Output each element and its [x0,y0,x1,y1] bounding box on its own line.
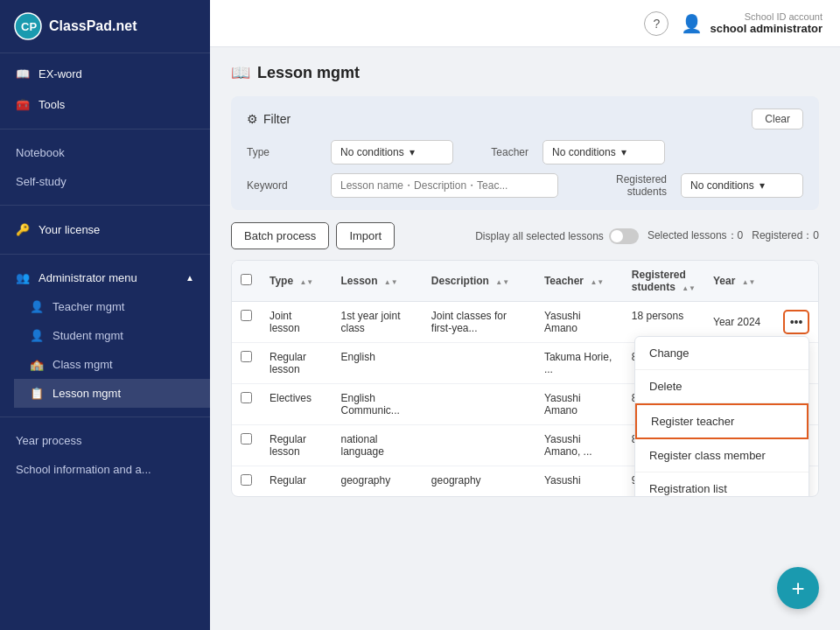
topbar: ? 👤 School ID account school administrat… [210,0,840,47]
user-avatar-icon: 👤 [681,13,703,34]
year-cell-wrap: Year 2024•••ChangeDeleteRegister teacher… [713,310,809,334]
type-select[interactable]: No conditions ▾ [331,140,453,164]
select-all-checkbox[interactable] [241,274,252,285]
col-type: Type ▲▼ [261,261,332,302]
filter-clear-button[interactable]: Clear [752,108,803,130]
table-row: Joint lesson1st year joint classJoint cl… [232,302,818,343]
cell-description [423,343,536,384]
row-checkbox-0[interactable] [241,310,252,321]
display-all-toggle[interactable] [609,228,639,244]
select-all-cell[interactable] [232,261,261,302]
sidebar-item-license[interactable]: 🔑 Your license [0,214,210,245]
sidebar-admin-section: 👥 Administrator menu ▲ 👤 Teacher mgmt 👤 … [0,258,210,413]
context-menu-item-4[interactable]: Registration list [635,472,808,496]
type-sort-icon[interactable]: ▲▼ [299,279,313,286]
svg-text:CP: CP [21,20,37,33]
cell-type: Regular lesson [261,425,332,466]
cell-description [423,425,536,466]
sidebar-item-year-process[interactable]: Year process [0,426,210,455]
registered-sort-icon[interactable]: ▲▼ [682,285,696,292]
display-all-label: Display all selected lessons [475,230,604,242]
keyword-input[interactable] [331,173,558,198]
sidebar-item-school-info[interactable]: School information and a... [0,455,210,484]
cell-description: geography [423,466,536,497]
toggle-dot [611,230,623,242]
cell-type: Regular lesson [261,343,332,384]
row-checkbox-4[interactable] [241,474,252,486]
teacher-icon: 👤 [30,300,44,313]
teacher-select-chevron-icon: ▾ [621,146,626,158]
page-title: 📖 Lesson mgmt [231,63,819,82]
sidebar-admin-subitems: 👤 Teacher mgmt 👤 Student mgmt 🏫 Class mg… [0,292,210,408]
lesson-sort-icon[interactable]: ▲▼ [384,279,398,286]
type-label: Type [247,146,317,158]
filter-header: ⚙ Filter Clear [247,108,803,130]
context-menu-item-1[interactable]: Delete [635,370,808,403]
sidebar-item-class-mgmt[interactable]: 🏫 Class mgmt [14,350,210,379]
filter-row-2-right: Registered students No conditions ▾ [588,173,803,198]
license-icon: 🔑 [16,223,30,236]
admin-icon: 👥 [16,271,30,284]
sidebar-license-section: 🔑 Your license [0,209,210,250]
col-description: Description ▲▼ [423,261,536,302]
filter-row-1: Type No conditions ▾ Teacher No conditio… [247,140,803,164]
cell-teacher: Yasushi [536,466,623,497]
admin-chevron-icon: ▲ [186,273,194,283]
col-registered-students: Registeredstudents ▲▼ [623,261,704,302]
keyword-label: Keyword [247,179,317,192]
type-select-chevron-icon: ▾ [410,146,415,158]
cell-type: Joint lesson [261,302,332,343]
year-sort-icon[interactable]: ▲▼ [742,279,756,286]
context-menu-item-2[interactable]: Register teacher [635,403,808,439]
filter-box: ⚙ Filter Clear Type No conditions ▾ Teac… [231,96,819,210]
exword-icon: 📖 [16,67,30,80]
batch-process-button[interactable]: Batch process [231,222,329,249]
sidebar-item-tools[interactable]: 🧰 Tools [0,89,210,120]
user-info: 👤 School ID account school administrator [681,11,822,35]
student-icon: 👤 [30,329,44,342]
add-fab-button[interactable]: + [777,567,819,609]
logo[interactable]: CP ClassPad.net [0,0,210,53]
row-checkbox-1[interactable] [241,351,252,362]
cell-description: Joint classes for first-yea... [423,302,536,343]
sidebar-middle-section: Notebook Self-study [0,133,210,201]
table-scroll-area[interactable]: Type ▲▼ Lesson ▲▼ Description ▲▼ [232,261,818,496]
sidebar-admin-header[interactable]: 👥 Administrator menu ▲ [0,263,210,292]
sidebar-bottom-section: Year process School information and a... [0,421,210,489]
year-value: Year 2024 [713,316,760,328]
cell-lesson: national language [332,425,422,466]
help-button[interactable]: ? [644,11,668,36]
main-content: ? 👤 School ID account school administrat… [210,0,840,630]
cell-description [423,384,536,425]
import-button[interactable]: Import [336,222,395,249]
class-icon: 🏫 [30,358,44,371]
sidebar-item-teacher-mgmt[interactable]: 👤 Teacher mgmt [14,292,210,321]
cell-teacher: Yasushi Amano [536,302,623,343]
teacher-select[interactable]: No conditions ▾ [542,140,665,164]
cell-type: Regular [261,466,332,497]
sidebar-item-lesson-mgmt[interactable]: 📋 Lesson mgmt [14,379,210,408]
sidebar-item-selfstudy[interactable]: Self-study [0,167,210,196]
account-label: School ID account [710,11,822,22]
sidebar-item-notebook[interactable]: Notebook [0,138,210,167]
toolbar: Batch process Import Display all selecte… [231,222,819,249]
context-menu-item-3[interactable]: Register class member [635,439,808,472]
teacher-sort-icon[interactable]: ▲▼ [590,279,604,286]
cell-lesson: geography [332,466,422,497]
sidebar-item-student-mgmt[interactable]: 👤 Student mgmt [14,321,210,350]
sidebar-top-section: 📖 EX-word 🧰 Tools [0,53,210,125]
teacher-label: Teacher [467,146,528,158]
sidebar-item-exword[interactable]: 📖 EX-word [0,59,210,89]
description-sort-icon[interactable]: ▲▼ [495,279,509,286]
row-checkbox-3[interactable] [241,433,252,444]
more-button[interactable]: ••• [783,310,809,334]
col-lesson: Lesson ▲▼ [332,261,422,302]
filter-row-2: Keyword Registered students No condition… [247,173,803,198]
sidebar-divider-3 [0,254,210,255]
row-checkbox-2[interactable] [241,392,252,403]
filter-title: ⚙ Filter [247,112,290,126]
context-menu-item-0[interactable]: Change [635,337,808,370]
registered-students-select[interactable]: No conditions ▾ [681,173,803,198]
cell-type: Electives [261,384,332,425]
sidebar-divider-4 [0,416,210,417]
